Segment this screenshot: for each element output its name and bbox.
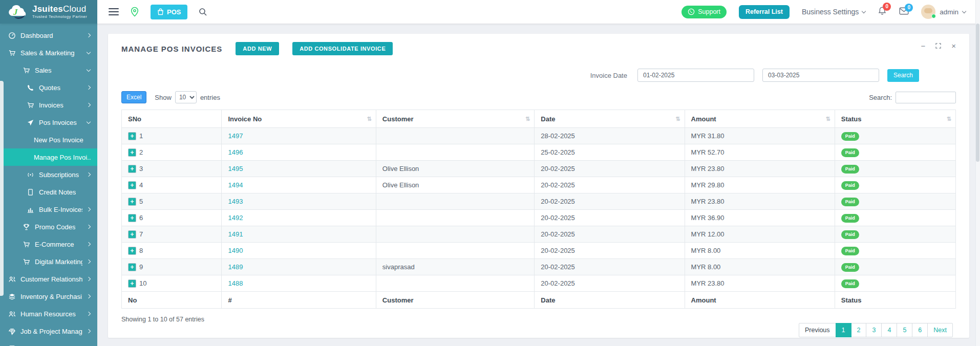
invoice-row-1495: +31495Olive Ellison20-02-2025MYR 23.80Pa… [122,161,956,177]
invoice-link[interactable]: 1496 [228,148,243,156]
scrollbar-thumb[interactable] [976,24,979,162]
sidebar-item-finance-accounting[interactable]: Finance & Accounting [0,340,97,346]
sidebar-item-customer-relationshi[interactable]: Customer Relationshi... [0,270,97,288]
invoice-no-cell: 1494 [222,177,376,193]
page-button-4[interactable]: 4 [881,323,897,337]
sidebar-item-label: Digital Marketing [35,258,82,266]
sidebar-item-bulk-e-invoices[interactable]: Bulk E-Invoices [0,201,97,218]
column-header-customer[interactable]: Customer⇅ [376,110,535,128]
invoice-link[interactable]: 1493 [228,198,243,205]
date-search-button[interactable]: Search [887,69,919,82]
fullscreen-icon[interactable] [935,43,941,49]
add-new-button[interactable]: ADD NEW [236,42,279,55]
sidebar-item-label: Credit Notes [39,188,76,196]
expand-row-button[interactable]: + [128,165,136,173]
sidebar-item-invoices[interactable]: Invoices [0,96,97,114]
sidebar-item-quotes[interactable]: Quotes [0,79,97,96]
table-search-input[interactable] [896,92,956,103]
expand-row-button[interactable]: + [128,247,136,255]
referral-list-button[interactable]: Referral List [739,5,790,19]
users-icon [8,275,16,283]
invoice-link[interactable]: 1488 [228,279,243,287]
sidebar-item-digital-marketing[interactable]: Digital Marketing [0,253,97,270]
sidebar: DashboardSales & MarketingSalesQuotesInv… [0,24,97,346]
column-header-status[interactable]: Status⇅ [835,110,955,128]
sidebar-item-sales[interactable]: Sales [0,61,97,79]
next-page-button[interactable]: Next [927,323,953,337]
page-button-1[interactable]: 1 [836,323,851,337]
status-badge: Paid [841,263,859,272]
page-size-select[interactable]: 10 [175,91,197,103]
expand-row-button[interactable]: + [128,198,136,206]
sidebar-item-label: Invoices [39,101,63,109]
expand-row-button[interactable]: + [128,132,136,140]
invoice-link[interactable]: 1492 [228,214,243,222]
close-icon[interactable]: × [951,42,956,50]
invoice-date-from-input[interactable] [637,69,754,82]
invoice-link[interactable]: 1490 [228,247,243,254]
cloud-logo-icon: J [7,4,29,20]
chevron-right-icon [87,103,91,107]
excel-export-button[interactable]: Excel [121,91,146,103]
notifications-button[interactable]: 0 [878,6,887,18]
previous-page-button[interactable]: Previous [799,323,836,337]
sidebar-item-label: Sales [35,67,52,74]
sidebar-item-sales-marketing[interactable]: Sales & Marketing [0,44,97,61]
manage-pos-invoices-card: MANAGE POS INVOICES ADD NEW ADD CONSOLID… [108,34,969,338]
amount-cell: MYR 36.90 [685,210,835,226]
column-header-amount[interactable]: Amount⇅ [685,110,835,128]
sidebar-item-inventory-purchasi[interactable]: Inventory & Purchasi... [0,288,97,305]
column-header-date[interactable]: Date⇅ [535,110,685,128]
invoice-link[interactable]: 1489 [228,263,243,271]
page-scrollbar[interactable] [975,0,980,346]
invoice-no-cell: 1496 [222,144,376,161]
messages-button[interactable]: 0 [899,7,909,17]
chevron-right-icon [87,207,91,211]
sidebar-item-manage-pos-invoi[interactable]: Manage Pos Invoi.. [0,148,97,166]
user-menu[interactable]: admin [921,5,966,19]
column-header-invoice-no[interactable]: Invoice No⇅ [222,110,376,128]
search-icon[interactable] [199,8,207,16]
invoice-link[interactable]: 1491 [228,230,243,238]
page-button-6[interactable]: 6 [912,323,928,337]
pos-button[interactable]: POS [151,5,187,19]
location-pin-icon[interactable] [130,7,139,17]
business-settings-menu[interactable]: Business Settings [802,8,865,16]
sidebar-item-pos-invoices[interactable]: Pos Invoices [0,114,97,131]
expand-row-button[interactable]: + [128,214,136,222]
sidebar-item-e-commerce[interactable]: E-Commerce [0,235,97,253]
expand-row-button[interactable]: + [128,279,136,288]
sidebar-item-job-project-manag[interactable]: Job & Project Manag... [0,322,97,340]
page-button-2[interactable]: 2 [851,323,867,337]
page-button-5[interactable]: 5 [897,323,912,337]
sidebar-item-new-pos-invoice[interactable]: New Pos Invoice [0,131,97,148]
invoice-row-1497: +1149728-02-2025MYR 31.80Paid [122,128,956,144]
sidebar-item-dashboard[interactable]: Dashboard [0,27,97,44]
status-badge: Paid [841,230,859,239]
sidebar-item-credit-notes[interactable]: Credit Notes [0,183,97,201]
expand-row-button[interactable]: + [128,181,136,189]
sidebar-item-promo-codes[interactable]: Promo Codes [0,218,97,235]
sidebar-item-subscriptions[interactable]: Subscriptions [0,166,97,183]
minimize-icon[interactable]: − [921,42,925,50]
app-logo[interactable]: J JsuitesCloud Trusted Technology Partne… [0,0,97,24]
invoice-link[interactable]: 1494 [228,181,243,189]
invoice-link[interactable]: 1497 [228,132,243,140]
invoice-link[interactable]: 1495 [228,165,243,172]
chevron-right-icon [87,294,91,298]
page-button-3[interactable]: 3 [866,323,882,337]
expand-row-button[interactable]: + [128,230,136,239]
menu-toggle-icon[interactable] [109,8,119,15]
online-status-dot [931,14,936,18]
expand-row-button[interactable]: + [128,263,136,271]
sidebar-item-human-resources[interactable]: Human Resources [0,305,97,322]
status-cell: Paid [835,193,955,210]
customer-cell [376,243,535,259]
invoice-date-to-input[interactable] [762,69,879,82]
status-badge: Paid [841,165,859,174]
add-consolidate-invoice-button[interactable]: ADD CONSOLIDATE INVOICE [292,42,393,55]
expand-row-button[interactable]: + [128,148,136,157]
sort-icon: ⇅ [947,116,951,122]
support-button[interactable]: Support [681,6,727,18]
column-header-label: Invoice No [228,115,262,123]
